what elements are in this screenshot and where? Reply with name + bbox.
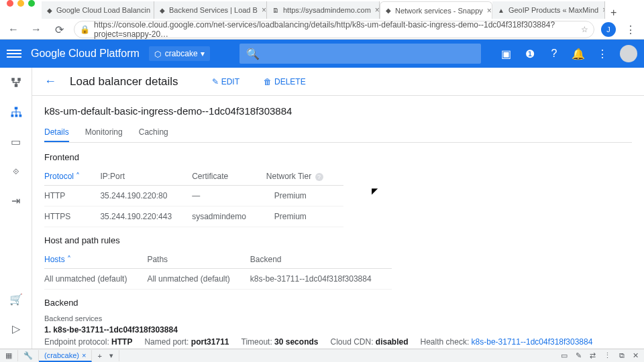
sidebar-item-nat[interactable]: ⇥ bbox=[9, 194, 23, 207]
svg-rect-3 bbox=[14, 107, 17, 110]
favicon-gcp: ◆ bbox=[47, 5, 52, 15]
address-bar-row: ← → ⟳ 🔒 https://console.cloud.google.com… bbox=[0, 19, 644, 40]
devtools-more-icon[interactable]: ⋮ bbox=[604, 351, 611, 360]
favicon-gcp: ◆ bbox=[386, 6, 391, 15]
back-arrow-icon[interactable]: ← bbox=[44, 74, 56, 88]
utilities-menu-icon[interactable]: ⋮ bbox=[596, 47, 609, 60]
search-bar[interactable]: 🔍 bbox=[239, 44, 481, 64]
hamburger-icon[interactable] bbox=[7, 50, 21, 58]
backend-service-name: 1. k8s-be-31711--1dc04f318f303884 bbox=[44, 325, 632, 335]
alert-icon[interactable]: ❶ bbox=[523, 47, 537, 60]
col-hosts[interactable]: Hosts ˄ bbox=[44, 251, 147, 269]
project-picker[interactable]: ⬡ crabcake ▾ bbox=[149, 46, 210, 61]
favicon-maxmind: ▲ bbox=[498, 5, 504, 15]
sidebar-expand-icon[interactable]: ▷ bbox=[9, 322, 23, 335]
section-title-backend: Backend bbox=[44, 298, 632, 308]
account-avatar[interactable] bbox=[620, 45, 637, 62]
sidebar-item-marketplace[interactable]: 🛒 bbox=[9, 292, 23, 306]
search-icon: 🔍 bbox=[246, 48, 260, 60]
page-title: Load balancer details bbox=[70, 75, 178, 88]
window-close-dot[interactable] bbox=[7, 0, 13, 7]
devtools-close-icon[interactable]: ✕ bbox=[633, 351, 639, 360]
search-input[interactable] bbox=[260, 49, 474, 59]
col-ipport[interactable]: IP:Port bbox=[100, 168, 192, 186]
tab-title: GeoIP Products « MaxMind bbox=[508, 6, 598, 14]
bookmark-star-icon[interactable]: ☆ bbox=[581, 25, 588, 34]
detail-tabs: Details Monitoring Caching bbox=[44, 123, 632, 143]
sidebar-item-dns[interactable]: ▭ bbox=[9, 135, 23, 148]
devtools-tab[interactable]: (crabcake) × bbox=[39, 350, 92, 362]
browser-tab[interactable]: ◆ Backend Services | Load B × bbox=[154, 1, 267, 19]
url-text: https://console.cloud.google.com/net-ser… bbox=[94, 20, 577, 39]
sidebar-item-network[interactable] bbox=[9, 76, 23, 89]
hostpath-table: Hosts ˄ Paths Backend All unmatched (def… bbox=[44, 251, 392, 290]
svg-rect-5 bbox=[15, 115, 17, 117]
col-networktier[interactable]: Network Tier ? bbox=[266, 168, 343, 186]
browser-tab-active[interactable]: ◆ Network services - Snappy × bbox=[380, 1, 492, 19]
devtools-device-icon[interactable]: ▭ bbox=[561, 351, 568, 360]
devtools-grid-icon[interactable]: ▦ bbox=[0, 350, 18, 361]
tab-title: Backend Services | Load B bbox=[169, 6, 258, 14]
devtools-bar: ▦ 🔧 (crabcake) × + ▾ ▭ ✎ ⇄ ⋮ ⧉ ✕ bbox=[0, 349, 644, 362]
page-bar: ← Load balancer details ✎ EDIT 🗑 DELETE bbox=[32, 68, 644, 96]
sidebar-item-cdn[interactable]: ⟐ bbox=[9, 164, 23, 178]
close-icon[interactable]: × bbox=[82, 351, 86, 359]
close-icon[interactable]: × bbox=[487, 6, 492, 15]
close-icon[interactable]: × bbox=[262, 5, 266, 15]
browser-menu-icon[interactable]: ⋮ bbox=[623, 21, 639, 38]
chevron-down-icon: ▾ bbox=[201, 49, 205, 58]
col-backend[interactable]: Backend bbox=[250, 251, 392, 269]
back-button[interactable]: ← bbox=[5, 21, 21, 38]
table-row: HTTPS 35.244.190.220:443 sysadmindemo Pr… bbox=[44, 206, 343, 227]
browser-tab[interactable]: 🗎 https://sysadmindemo.com × bbox=[267, 1, 380, 19]
col-certificate[interactable]: Certificate bbox=[192, 168, 266, 186]
col-protocol[interactable]: Protocol ˄ bbox=[44, 168, 100, 186]
cloud-shell-icon[interactable]: ▣ bbox=[499, 47, 513, 60]
svg-rect-1 bbox=[17, 78, 21, 81]
lock-icon: 🔒 bbox=[80, 25, 90, 34]
backend-services-label: Backend services bbox=[44, 314, 632, 322]
window-zoom-dot[interactable] bbox=[28, 0, 35, 7]
url-bar[interactable]: 🔒 https://console.cloud.google.com/net-s… bbox=[74, 21, 594, 38]
project-icon: ⬡ bbox=[154, 50, 162, 58]
product-name[interactable]: Google Cloud Platform bbox=[31, 48, 140, 60]
table-row: All unmatched (default) All unmatched (d… bbox=[44, 269, 392, 290]
devtools-edit-icon[interactable]: ✎ bbox=[576, 351, 582, 360]
content-pane: ← Load balancer details ✎ EDIT 🗑 DELETE … bbox=[32, 68, 644, 349]
col-paths[interactable]: Paths bbox=[147, 251, 250, 269]
chevron-down-icon: ▾ bbox=[109, 351, 113, 360]
devtools-transfer-icon[interactable]: ⇄ bbox=[590, 351, 596, 360]
profile-avatar[interactable]: J bbox=[601, 22, 616, 37]
browser-tab[interactable]: ▲ GeoIP Products « MaxMind × bbox=[492, 1, 605, 19]
tab-title: Google Cloud Load Balancin bbox=[56, 6, 150, 14]
new-tab-button[interactable]: + bbox=[605, 7, 622, 19]
svg-rect-0 bbox=[11, 78, 15, 81]
svg-rect-2 bbox=[14, 84, 17, 87]
reload-button[interactable]: ⟳ bbox=[51, 21, 67, 38]
tab-details[interactable]: Details bbox=[44, 123, 69, 142]
close-icon[interactable]: × bbox=[375, 5, 380, 15]
close-icon[interactable]: × bbox=[602, 5, 605, 15]
delete-button[interactable]: 🗑 DELETE bbox=[264, 77, 306, 86]
tab-monitoring[interactable]: Monitoring bbox=[85, 123, 123, 142]
forward-button[interactable]: → bbox=[28, 21, 44, 38]
devtools-add-tab[interactable]: + ▾ bbox=[92, 350, 119, 361]
pencil-icon: ✎ bbox=[212, 77, 219, 86]
help-icon[interactable]: ? bbox=[315, 173, 323, 181]
help-icon[interactable]: ? bbox=[547, 47, 561, 60]
svg-rect-6 bbox=[19, 115, 21, 117]
sidebar-item-loadbalancing[interactable] bbox=[9, 105, 23, 119]
trash-icon: 🗑 bbox=[264, 77, 272, 86]
gcp-header: Google Cloud Platform ⬡ crabcake ▾ 🔍 ▣ ❶… bbox=[0, 40, 644, 68]
edit-button[interactable]: ✎ EDIT bbox=[212, 77, 239, 86]
devtools-popout-icon[interactable]: ⧉ bbox=[619, 351, 625, 360]
tab-title: https://sysadmindemo.com bbox=[283, 6, 371, 14]
tab-caching[interactable]: Caching bbox=[139, 123, 168, 142]
notifications-icon[interactable]: 🔔 bbox=[572, 47, 585, 60]
health-check-link[interactable]: k8s-be-31711--1dc04f318f303884 bbox=[472, 337, 593, 347]
favicon-gcp: ◆ bbox=[160, 5, 165, 15]
section-title-frontend: Frontend bbox=[44, 152, 632, 162]
browser-tab[interactable]: ◆ Google Cloud Load Balancin × bbox=[42, 1, 154, 19]
window-minimize-dot[interactable] bbox=[17, 0, 24, 7]
devtools-wrench-icon[interactable]: 🔧 bbox=[18, 350, 39, 361]
